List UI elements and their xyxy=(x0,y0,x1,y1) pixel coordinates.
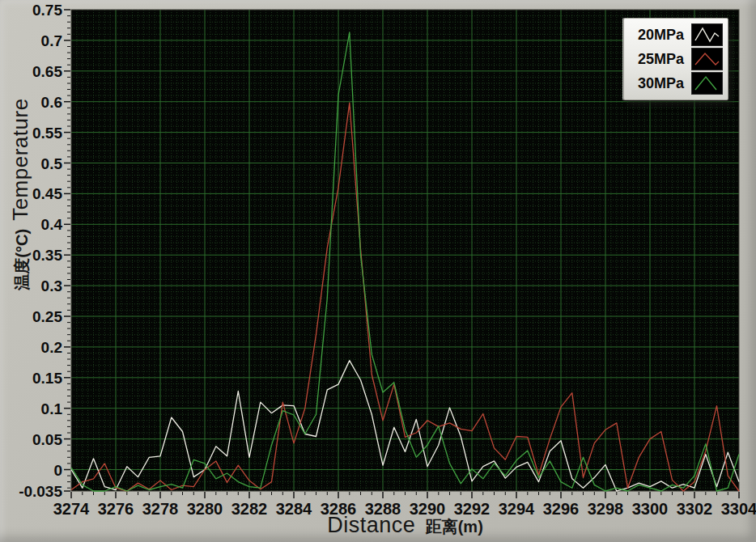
svg-text:0.2: 0.2 xyxy=(41,339,62,356)
x-axis-title-cjk: 距离(m) xyxy=(426,518,483,536)
svg-text:0.35: 0.35 xyxy=(32,247,62,264)
svg-text:0.1: 0.1 xyxy=(41,400,63,417)
svg-text:0.7: 0.7 xyxy=(41,32,62,49)
y-axis-title: 温度(°C) Temperature xyxy=(8,65,36,324)
legend-swatch-line-icon[interactable] xyxy=(691,72,723,95)
svg-text:0.3: 0.3 xyxy=(41,277,62,294)
svg-text:0.4: 0.4 xyxy=(41,216,63,233)
y-axis-title-cjk: 温度(°C) xyxy=(11,229,33,290)
svg-text:0.05: 0.05 xyxy=(32,431,62,448)
svg-text:0: 0 xyxy=(53,462,62,479)
legend-swatch-line-icon[interactable] xyxy=(691,23,723,46)
legend-item-25mpa[interactable]: 25MPa xyxy=(632,47,723,71)
svg-text:0.45: 0.45 xyxy=(32,185,62,202)
svg-text:0.6: 0.6 xyxy=(41,94,62,111)
svg-text:0.5: 0.5 xyxy=(41,155,63,172)
svg-text:0.65: 0.65 xyxy=(32,63,62,80)
x-axis-title-latin: Distance xyxy=(327,513,415,537)
legend: 20MPa 25MPa 30MPa xyxy=(623,18,728,100)
y-axis-title-latin: Temperature xyxy=(8,98,33,220)
legend-label: 30MPa xyxy=(638,75,684,92)
legend-swatch-line-icon[interactable] xyxy=(691,48,723,70)
svg-text:-0.035: -0.035 xyxy=(19,483,62,500)
legend-label: 25MPa xyxy=(638,51,684,68)
chart-panel: 0.750.70.650.60.550.50.450.40.350.30.250… xyxy=(0,0,756,542)
legend-item-20mpa[interactable]: 20MPa xyxy=(632,23,723,47)
svg-text:0.75: 0.75 xyxy=(32,2,62,19)
svg-text:0.25: 0.25 xyxy=(32,308,62,325)
x-axis-title: Distance 距离(m) xyxy=(71,513,739,538)
svg-text:0.55: 0.55 xyxy=(32,125,62,142)
legend-label: 20MPa xyxy=(638,27,684,44)
svg-text:0.15: 0.15 xyxy=(32,370,62,387)
legend-item-30mpa[interactable]: 30MPa xyxy=(632,71,723,95)
